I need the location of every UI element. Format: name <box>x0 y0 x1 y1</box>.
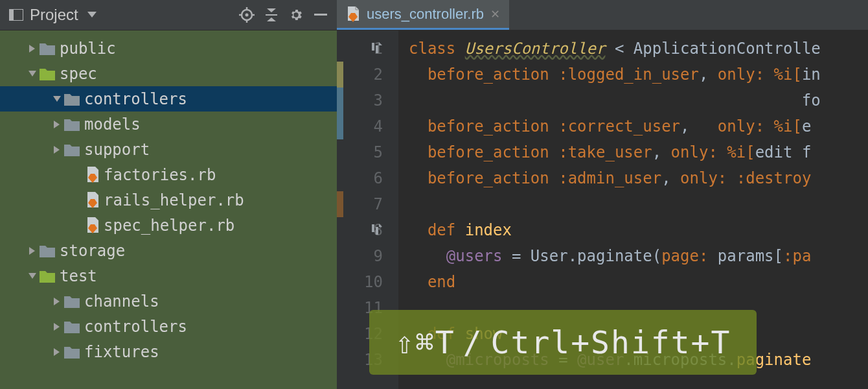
gear-icon[interactable] <box>286 5 306 25</box>
minimize-icon[interactable] <box>311 5 330 25</box>
tree-arrow-icon[interactable] <box>26 71 39 77</box>
tree-item-label: controllers <box>84 318 187 336</box>
shortcut-separator: / <box>463 324 483 360</box>
code-line[interactable]: class UsersController < ApplicationContr… <box>409 36 868 62</box>
project-view-selector[interactable]: Project <box>6 5 232 25</box>
tree-item[interactable]: fixtures <box>0 339 337 364</box>
tree-item-label: rails_helper.rb <box>104 191 244 209</box>
svg-marker-13 <box>29 45 35 53</box>
tree-item-label: channels <box>84 292 159 311</box>
tree-item[interactable]: storage <box>0 238 337 263</box>
project-title: Project <box>30 6 78 24</box>
tree-arrow-icon[interactable] <box>51 96 63 102</box>
folder-green-icon <box>39 269 56 283</box>
folder-icon <box>63 294 80 309</box>
gutter-run-icon[interactable] <box>371 224 382 235</box>
svg-marker-24 <box>54 323 60 331</box>
tree-item[interactable]: public <box>0 36 337 61</box>
svg-marker-15 <box>53 96 61 102</box>
dropdown-icon <box>82 5 102 25</box>
ruby-icon <box>86 217 100 234</box>
code-line[interactable]: fo <box>409 88 868 113</box>
tree-item-label: factories.rb <box>104 166 216 184</box>
project-window-icon <box>6 5 26 25</box>
tree-arrow-icon[interactable] <box>51 323 63 331</box>
tree-item[interactable]: controllers <box>0 314 337 339</box>
folder-green-icon <box>39 67 56 81</box>
code-line[interactable]: before_action :logged_in_user, only: %i[… <box>409 62 868 88</box>
tree-item[interactable]: models <box>0 112 337 137</box>
folder-icon <box>63 92 80 106</box>
close-tab-icon[interactable]: ✕ <box>490 7 500 21</box>
project-tree[interactable]: publicspeccontrollersmodelssupportfactor… <box>0 30 337 389</box>
project-sidebar: Project publicspeccontrollersmodelssuppo… <box>0 0 337 389</box>
svg-marker-22 <box>29 273 36 279</box>
tree-item-label: support <box>84 141 150 159</box>
folder-icon <box>63 320 80 334</box>
tree-item[interactable]: rails_helper.rb <box>0 187 337 213</box>
tree-item[interactable]: support <box>0 137 337 162</box>
tree-arrow-icon[interactable] <box>26 45 39 53</box>
tab-filename: users_controller.rb <box>367 6 484 23</box>
svg-marker-23 <box>54 298 60 305</box>
svg-marker-2 <box>87 12 97 18</box>
svg-rect-10 <box>266 14 277 16</box>
project-tool-window-header: Project <box>0 0 337 30</box>
code-line[interactable]: before_action :correct_user, only: %i[e <box>409 113 868 139</box>
keyboard-shortcut-overlay: ⇧⌘T / Ctrl+Shift+T <box>369 310 757 375</box>
folder-icon <box>39 41 56 56</box>
code-line[interactable]: before_action :admin_user, only: :destro… <box>409 165 868 191</box>
tree-arrow-icon[interactable] <box>26 273 39 279</box>
editor-tab-bar: users_controller.rb ✕ <box>337 0 868 30</box>
ruby-icon <box>86 167 100 183</box>
svg-marker-32 <box>379 224 382 227</box>
tree-item-label: controllers <box>84 90 187 108</box>
ruby-file-icon <box>346 6 360 22</box>
tree-arrow-icon[interactable] <box>51 298 63 305</box>
collapse-all-icon[interactable] <box>262 5 281 25</box>
svg-rect-31 <box>376 227 378 235</box>
tree-item[interactable]: spec_helper.rb <box>0 213 337 238</box>
code-line[interactable]: before_action :take_user, only: %i[edit … <box>409 139 868 165</box>
folder-icon <box>39 244 56 258</box>
svg-rect-28 <box>376 45 378 53</box>
tree-item-label: fixtures <box>84 343 159 361</box>
folder-icon <box>63 143 80 157</box>
tree-item-label: test <box>60 267 97 285</box>
tree-item-label: spec <box>60 65 97 83</box>
svg-marker-14 <box>29 71 36 77</box>
tree-arrow-icon[interactable] <box>51 348 63 356</box>
ruby-icon <box>86 192 100 209</box>
code-line[interactable]: def index <box>409 217 868 243</box>
shortcut-win: Ctrl+Shift+T <box>491 324 731 360</box>
tree-item[interactable]: factories.rb <box>0 162 337 187</box>
code-line[interactable]: @users = User.paginate(page: params[:pa <box>409 243 868 269</box>
tree-item[interactable]: channels <box>0 289 337 314</box>
locate-icon[interactable] <box>237 5 257 25</box>
svg-rect-30 <box>372 224 374 232</box>
svg-marker-25 <box>54 348 60 356</box>
svg-marker-16 <box>54 121 60 128</box>
tree-item[interactable]: controllers <box>0 86 337 112</box>
svg-rect-27 <box>372 43 374 51</box>
tree-item[interactable]: test <box>0 263 337 289</box>
tree-item-label: models <box>84 115 141 134</box>
tree-arrow-icon[interactable] <box>51 121 63 128</box>
svg-rect-1 <box>9 9 14 21</box>
shortcut-mac: ⇧⌘T <box>395 324 455 360</box>
svg-marker-21 <box>29 247 35 255</box>
tree-item-label: storage <box>60 242 125 260</box>
code-line[interactable]: end <box>409 269 868 295</box>
tree-arrow-icon[interactable] <box>26 247 39 255</box>
folder-icon <box>63 117 80 132</box>
tree-item[interactable]: spec <box>0 61 337 86</box>
svg-marker-17 <box>54 146 60 154</box>
svg-marker-29 <box>379 42 382 45</box>
tree-item-label: public <box>60 40 116 58</box>
code-line[interactable] <box>409 191 868 217</box>
gutter-run-icon[interactable] <box>371 42 382 54</box>
svg-marker-9 <box>267 8 276 12</box>
tree-arrow-icon[interactable] <box>51 146 63 154</box>
editor-tab-active[interactable]: users_controller.rb ✕ <box>337 0 509 30</box>
tree-item-label: spec_helper.rb <box>104 217 234 235</box>
